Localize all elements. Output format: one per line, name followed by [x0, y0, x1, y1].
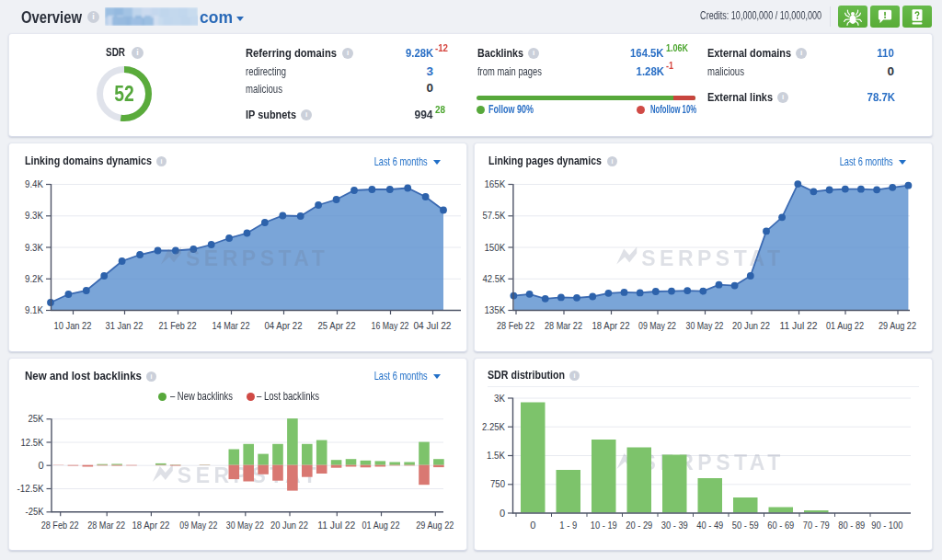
svg-text:28 Feb 22: 28 Feb 22: [497, 320, 534, 331]
svg-text:11 Jul 22: 11 Jul 22: [317, 520, 355, 531]
svg-text:0: 0: [530, 520, 535, 531]
svg-text:20 Jun 22: 20 Jun 22: [270, 520, 308, 531]
svg-text:29 Aug 22: 29 Aug 22: [879, 320, 916, 331]
svg-text:2.25K: 2.25K: [482, 421, 506, 432]
svg-text:1.5K: 1.5K: [487, 450, 506, 461]
svg-text:-25K: -25K: [26, 506, 45, 517]
svg-text:-12.5K: -12.5K: [17, 483, 45, 494]
svg-text:0: 0: [500, 508, 505, 519]
svg-text:30 May 22: 30 May 22: [226, 520, 264, 531]
svg-text:20 Jun 22: 20 Jun 22: [732, 320, 770, 331]
svg-text:10 Jan 22: 10 Jan 22: [54, 320, 92, 331]
svg-text:20 - 29: 20 - 29: [626, 520, 652, 531]
svg-text:14 Mar 22: 14 Mar 22: [213, 320, 250, 331]
svg-text:750: 750: [490, 478, 505, 489]
svg-text:12.5K: 12.5K: [21, 437, 45, 448]
svg-text:60 - 69: 60 - 69: [767, 520, 794, 531]
svg-text:18 Apr 22: 18 Apr 22: [592, 320, 630, 331]
svg-text:29 Aug 22: 29 Aug 22: [416, 520, 454, 531]
svg-text:01 Aug 22: 01 Aug 22: [826, 320, 864, 331]
svg-text:11 Jul 22: 11 Jul 22: [780, 320, 818, 331]
svg-text:57.5K: 57.5K: [482, 210, 506, 221]
svg-text:90 - 100: 90 - 100: [871, 520, 902, 531]
svg-text:10 - 19: 10 - 19: [591, 520, 617, 531]
svg-text:25K: 25K: [29, 413, 45, 424]
svg-text:16 May 22: 16 May 22: [372, 320, 409, 331]
svg-text:31 Jan 22: 31 Jan 22: [106, 320, 144, 331]
svg-text:50 - 59: 50 - 59: [732, 520, 759, 531]
svg-text:80 - 89: 80 - 89: [838, 520, 865, 531]
svg-text:0: 0: [38, 460, 43, 471]
svg-text:18 Apr 22: 18 Apr 22: [132, 520, 169, 531]
svg-text:30 May 22: 30 May 22: [686, 320, 724, 331]
svg-text:30 - 39: 30 - 39: [661, 520, 688, 531]
svg-text:SERPSTAT: SERPSTAT: [186, 246, 328, 270]
svg-text:9.2K: 9.2K: [25, 273, 44, 284]
svg-text:135K: 135K: [484, 304, 506, 315]
svg-text:70 - 79: 70 - 79: [803, 520, 830, 531]
svg-text:40 - 49: 40 - 49: [696, 520, 723, 531]
svg-text:28 Feb 22: 28 Feb 22: [41, 520, 79, 531]
svg-text:09 May 22: 09 May 22: [638, 320, 676, 331]
svg-text:01 Aug 22: 01 Aug 22: [362, 520, 400, 531]
svg-text:04 Apr 22: 04 Apr 22: [265, 320, 303, 331]
svg-text:25 Apr 22: 25 Apr 22: [318, 320, 356, 331]
svg-text:9.3K: 9.3K: [25, 210, 44, 221]
svg-text:1 - 9: 1 - 9: [559, 520, 577, 531]
svg-text:SERPSTAT: SERPSTAT: [641, 246, 784, 270]
svg-text:09 May 22: 09 May 22: [179, 520, 217, 531]
svg-text:9.1K: 9.1K: [25, 304, 44, 315]
svg-text:165K: 165K: [484, 178, 506, 189]
svg-text:150K: 150K: [484, 242, 506, 253]
svg-text:28 Mar 22: 28 Mar 22: [545, 320, 582, 331]
svg-text:3K: 3K: [494, 393, 506, 404]
svg-text:21 Feb 22: 21 Feb 22: [159, 320, 197, 331]
svg-text:04 Jul 22: 04 Jul 22: [414, 320, 452, 331]
svg-text:28 Mar 22: 28 Mar 22: [87, 520, 125, 531]
svg-text:9.3K: 9.3K: [25, 242, 44, 253]
svg-text:9.4K: 9.4K: [25, 178, 44, 189]
svg-text:42.5K: 42.5K: [482, 273, 506, 284]
